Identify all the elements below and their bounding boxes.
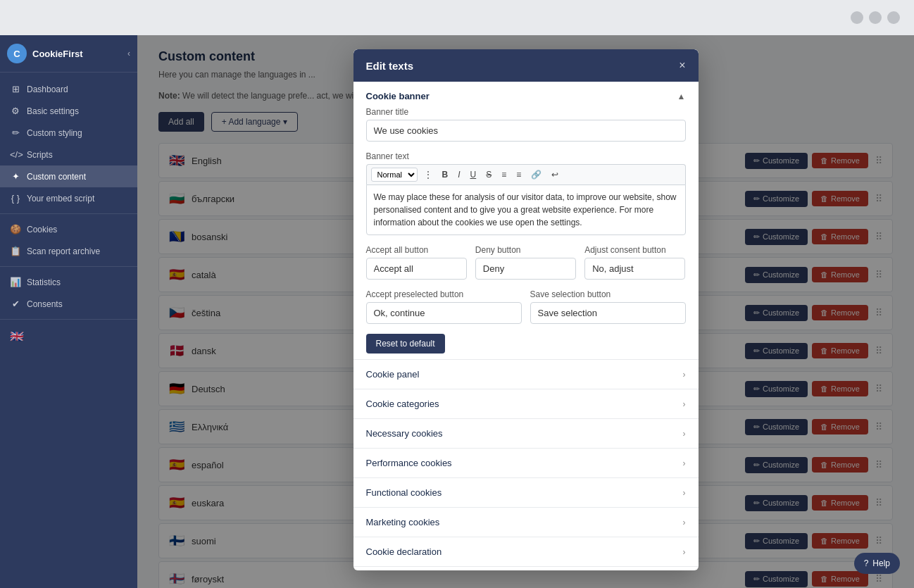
sidebar-divider-1: [0, 213, 137, 214]
deny-field: Deny button: [475, 245, 576, 280]
collapsible-section-row[interactable]: Cookie declaration ›: [353, 537, 699, 566]
save-selection-label: Save selection button: [530, 289, 686, 299]
format-select[interactable]: Normal H1 H2 H3: [371, 168, 418, 182]
italic-btn[interactable]: I: [454, 168, 463, 181]
sidebar-item-label: Scripts: [27, 150, 53, 160]
adjust-consent-label: Adjust consent button: [584, 245, 685, 255]
window-control-1: [851, 11, 863, 24]
chevron-right-icon: ›: [683, 429, 686, 439]
sidebar-divider-2: [0, 266, 137, 267]
close-icon[interactable]: ×: [679, 59, 685, 72]
bold-btn[interactable]: B: [439, 168, 452, 181]
sidebar-item-label: Scan report archive: [27, 246, 100, 256]
collapsible-section-row[interactable]: Functional cookies ›: [353, 477, 699, 507]
collapsible-section-row[interactable]: Performance cookies ›: [353, 448, 699, 477]
banner-text-content[interactable]: We may place these for analysis of our v…: [366, 184, 686, 235]
modal-sections: Cookie panel › Cookie categories › Neces…: [353, 359, 699, 570]
banner-title-input[interactable]: [366, 120, 686, 142]
app-container: C CookieFirst ‹ ⊞ Dashboard ⚙ Basic sett…: [0, 35, 914, 588]
save-selection-input[interactable]: [530, 302, 686, 324]
sidebar-item-label: Consents: [27, 299, 63, 309]
sidebar-item-label: Your embed script: [27, 194, 94, 204]
accept-all-label: Accept all button: [366, 245, 467, 255]
ordered-list-btn[interactable]: ≡: [498, 168, 510, 181]
sidebar-toggle-icon[interactable]: ‹: [127, 49, 130, 58]
sidebar-divider-3: [0, 319, 137, 320]
help-button[interactable]: ? Help: [854, 553, 900, 574]
section-label: Cookie categories: [366, 399, 439, 409]
section-label: Marketing cookies: [366, 517, 440, 527]
sidebar-item-consents[interactable]: ✔ Consents: [0, 293, 137, 315]
statistics-icon: 📊: [10, 277, 21, 287]
chevron-right-icon: ›: [683, 488, 686, 498]
sidebar-item-language[interactable]: 🇬🇧: [0, 324, 137, 349]
modal-overlay: Edit texts × Cookie banner ▲ Banner titl…: [137, 35, 914, 588]
sidebar-item-statistics[interactable]: 📊 Statistics: [0, 271, 137, 293]
more-options-btn[interactable]: ⋮: [420, 168, 436, 181]
accept-preselected-label: Accept preselected button: [366, 289, 522, 299]
embed-icon: { }: [10, 193, 21, 204]
cookies-icon: 🍪: [10, 224, 21, 234]
chevron-right-icon: ›: [683, 547, 686, 557]
accept-preselected-input[interactable]: [366, 302, 522, 324]
window-control-3: [887, 11, 900, 24]
window-control-2: [869, 11, 882, 24]
sidebar-item-embed-script[interactable]: { } Your embed script: [0, 187, 137, 209]
underline-btn[interactable]: U: [467, 168, 480, 181]
link-btn[interactable]: 🔗: [527, 168, 545, 181]
sidebar-item-scripts[interactable]: </> Scripts: [0, 144, 137, 165]
undo-btn[interactable]: ↩: [548, 168, 562, 181]
section-label: Cookie declaration: [366, 546, 442, 557]
button-row-1: Accept all button Deny button Adjust con…: [366, 245, 686, 280]
section-label: Functional cookies: [366, 487, 442, 498]
scan-icon: 📋: [10, 246, 21, 256]
chevron-right-icon: ›: [683, 399, 686, 409]
sidebar-logo: C: [7, 44, 27, 63]
sidebar-nav: ⊞ Dashboard ⚙ Basic settings ✏ Custom st…: [0, 73, 137, 354]
collapsible-section-row[interactable]: Cookie categories ›: [353, 389, 699, 418]
cookie-banner-title: Cookie banner: [366, 91, 430, 101]
cookie-banner-section-header[interactable]: Cookie banner ▲: [353, 82, 699, 107]
sidebar-item-custom-content[interactable]: ✦ Custom content: [0, 165, 137, 187]
scripts-icon: </>: [10, 149, 21, 160]
collapsible-section-row[interactable]: Cookie panel ›: [353, 359, 699, 389]
edit-texts-modal: Edit texts × Cookie banner ▲ Banner titl…: [353, 49, 699, 570]
accept-all-input[interactable]: [366, 258, 467, 280]
settings-icon: ⚙: [10, 106, 21, 116]
banner-text-field: Banner text Normal H1 H2 H3 ⋮ B I U: [366, 151, 686, 235]
dashboard-icon: ⊞: [10, 84, 21, 94]
unordered-list-btn[interactable]: ≡: [513, 168, 525, 181]
strikethrough-btn[interactable]: S: [482, 168, 495, 181]
chevron-right-icon: ›: [683, 370, 686, 380]
banner-title-label: Banner title: [366, 107, 686, 117]
collapsible-section-row[interactable]: Withdraw consent panel ›: [353, 566, 699, 570]
sidebar-brand-name: CookieFirst: [32, 49, 122, 59]
sidebar-item-custom-styling[interactable]: ✏ Custom styling: [0, 122, 137, 144]
collapsible-section-row[interactable]: Marketing cookies ›: [353, 507, 699, 537]
sidebar-item-scan-report[interactable]: 📋 Scan report archive: [0, 240, 137, 262]
modal-title: Edit texts: [366, 60, 414, 72]
save-selection-field: Save selection button: [530, 289, 686, 324]
sidebar-item-label: Custom styling: [27, 128, 82, 138]
section-label: Performance cookies: [366, 458, 452, 468]
sidebar-item-label: Cookies: [27, 225, 57, 234]
sidebar-item-basic-settings[interactable]: ⚙ Basic settings: [0, 100, 137, 122]
collapsible-section-row[interactable]: Necessary cookies ›: [353, 418, 699, 448]
sidebar-item-cookies[interactable]: 🍪 Cookies: [0, 218, 137, 240]
sidebar-item-label: Dashboard: [27, 85, 68, 94]
deny-input[interactable]: [475, 258, 576, 280]
top-bar: [0, 0, 914, 35]
custom-content-icon: ✦: [10, 171, 21, 182]
styling-icon: ✏: [10, 127, 21, 138]
banner-chevron-up-icon: ▲: [677, 92, 686, 101]
section-label: Cookie panel: [366, 369, 420, 380]
section-label: Necessary cookies: [366, 428, 443, 439]
adjust-consent-input[interactable]: [584, 258, 685, 280]
reset-to-default-button[interactable]: Reset to default: [366, 334, 445, 354]
sidebar-item-dashboard[interactable]: ⊞ Dashboard: [0, 78, 137, 100]
deny-label: Deny button: [475, 245, 576, 255]
banner-section-body: Banner title Banner text Normal H1 H2 H3: [353, 107, 699, 359]
modal-header: Edit texts ×: [353, 49, 699, 82]
sidebar-item-label: Basic settings: [27, 106, 79, 116]
sidebar-item-label: Statistics: [27, 277, 61, 287]
